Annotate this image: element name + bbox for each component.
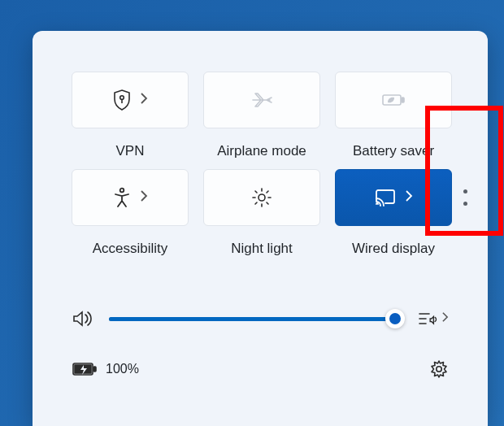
svg-rect-3 [402,98,404,102]
cast-icon [374,188,397,207]
tile-label: Wired display [352,241,435,257]
volume-row [72,309,449,328]
airplane-icon [250,90,273,110]
svg-line-10 [255,191,257,193]
tile-group-wired-display: Wired display [335,169,452,257]
tile-airplane-mode[interactable] [203,72,320,128]
svg-point-5 [259,194,265,201]
battery-charging-icon [72,361,98,377]
volume-slider-fill [109,317,395,321]
tile-accessibility[interactable] [72,169,189,226]
accessibility-icon [112,187,132,208]
svg-rect-18 [93,367,96,372]
tile-grid: VPN Airplane mode [72,72,449,257]
chevron-right-icon [441,311,449,326]
tile-label: Night light [231,241,293,257]
battery-leaf-icon [381,91,406,109]
dot-icon [463,202,467,206]
chevron-right-icon [140,189,148,206]
battery-percent-text: 100% [106,362,139,376]
svg-point-4 [120,189,124,193]
brightness-icon [251,187,272,208]
volume-slider-thumb[interactable] [385,309,405,328]
chevron-right-icon [140,92,148,108]
volume-slider[interactable] [109,317,401,321]
svg-point-20 [437,367,441,372]
tile-battery-saver[interactable] [335,72,452,128]
svg-line-13 [267,191,268,193]
quick-settings-panel: VPN Airplane mode [33,31,488,426]
tile-label: VPN [116,143,145,159]
tile-label: Airplane mode [217,143,306,159]
svg-point-0 [120,96,124,100]
tile-group-airplane: Airplane mode [203,72,320,159]
dot-icon [463,189,467,193]
battery-status[interactable]: 100% [72,361,139,377]
tile-group-accessibility: Accessibility [72,169,189,257]
tile-group-battery-saver: Battery saver [335,72,452,159]
tile-label: Accessibility [93,241,168,257]
settings-gear-icon[interactable] [429,359,449,379]
tile-night-light[interactable] [203,169,320,226]
svg-line-12 [255,202,257,204]
tile-label: Battery saver [353,143,434,159]
shield-key-icon [112,89,132,111]
sound-output-icon [417,310,438,328]
overflow-menu-button[interactable] [463,189,467,206]
sound-output-button[interactable] [417,310,449,328]
tile-vpn[interactable] [72,72,189,128]
tile-group-night-light: Night light [203,169,320,257]
speaker-icon[interactable] [72,309,93,328]
tile-wired-display[interactable] [335,169,452,226]
tile-group-vpn: VPN [72,72,189,159]
bottom-row: 100% [72,359,449,379]
chevron-right-icon [405,189,413,206]
svg-line-11 [267,202,268,204]
